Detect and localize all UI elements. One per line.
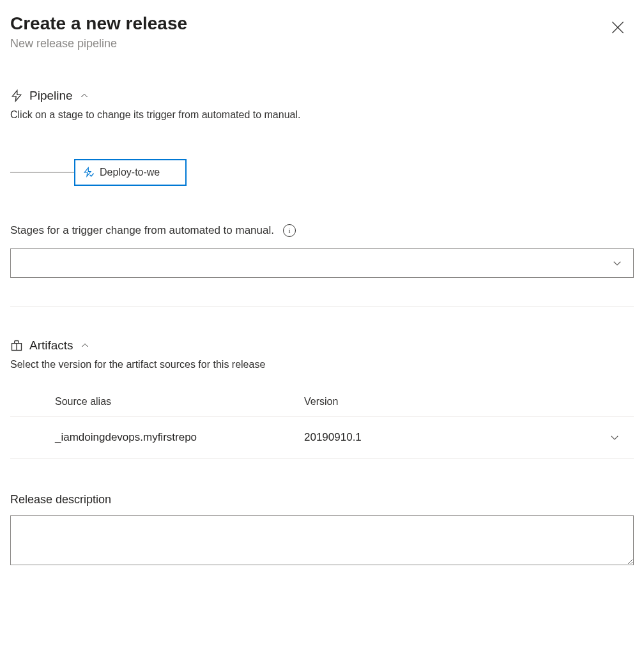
release-description-label: Release description	[10, 493, 634, 506]
chevron-down-icon	[609, 432, 620, 443]
artifacts-icon	[10, 338, 23, 353]
close-button[interactable]	[607, 17, 629, 40]
section-divider	[10, 306, 634, 307]
chevron-up-icon	[80, 340, 90, 351]
artifacts-header-row: Source alias Version	[10, 396, 634, 417]
stages-trigger-dropdown[interactable]	[10, 248, 634, 278]
pipeline-section-title: Pipeline	[29, 89, 73, 103]
pipeline-diagram: Deploy-to-we	[10, 159, 634, 186]
pipeline-connector-line	[10, 172, 74, 172]
artifacts-header-version: Version	[304, 396, 595, 407]
artifacts-section-title: Artifacts	[29, 338, 73, 353]
pipeline-description: Click on a stage to change its trigger f…	[10, 109, 634, 121]
artifacts-section-header[interactable]: Artifacts	[10, 338, 634, 353]
lightning-check-icon	[83, 167, 95, 178]
artifacts-cell-alias: _iamdoingdevops.myfirstrepo	[55, 431, 304, 444]
lightning-icon	[10, 89, 23, 103]
artifacts-header-alias: Source alias	[55, 396, 304, 407]
stages-trigger-label: Stages for a trigger change from automat…	[10, 224, 274, 237]
page-subtitle: New release pipeline	[10, 37, 187, 50]
stage-box-deploy[interactable]: Deploy-to-we	[74, 159, 187, 186]
artifacts-row[interactable]: _iamdoingdevops.myfirstrepo 20190910.1	[10, 417, 634, 459]
release-description-input[interactable]	[10, 515, 634, 565]
close-icon	[610, 19, 626, 36]
stage-label: Deploy-to-we	[100, 167, 160, 178]
chevron-down-icon	[611, 257, 623, 269]
page-title: Create a new release	[10, 13, 187, 34]
artifacts-description: Select the version for the artifact sour…	[10, 359, 634, 370]
chevron-up-icon	[79, 91, 89, 101]
pipeline-section-header[interactable]: Pipeline	[10, 89, 634, 103]
info-icon[interactable]: i	[283, 224, 296, 237]
artifacts-table: Source alias Version _iamdoingdevops.myf…	[10, 396, 634, 459]
artifacts-cell-version: 20190910.1	[304, 431, 595, 444]
svg-marker-2	[12, 90, 20, 101]
